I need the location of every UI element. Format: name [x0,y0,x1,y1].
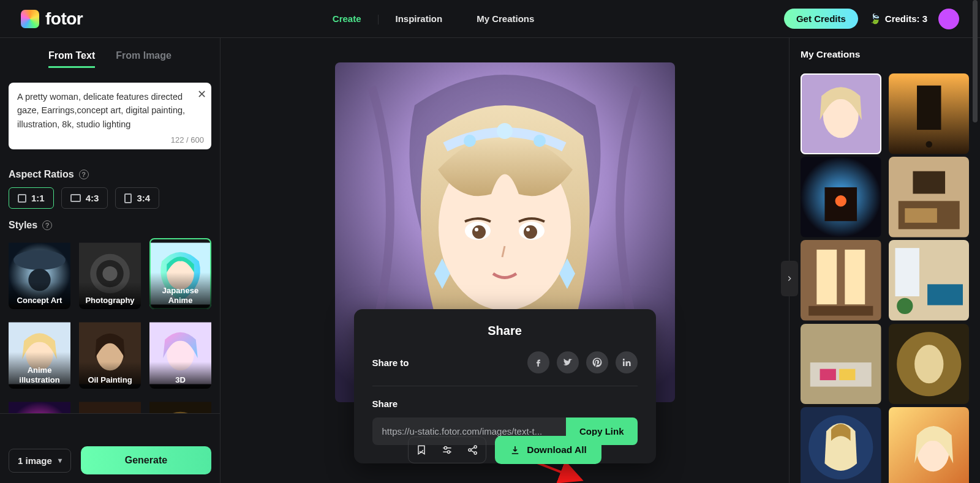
svg-rect-66 [927,285,963,305]
svg-point-42 [448,451,450,453]
aspect-title: Aspect Ratios ? [9,169,211,180]
my-creations-title: My Creations [801,49,969,60]
style-label: Anime illustration [9,352,70,389]
styles-grid: Concept Art Photography Japanese Anime A… [9,238,211,389]
square-icon [18,194,26,203]
download-icon [510,444,521,455]
svg-rect-61 [816,250,837,304]
style-japanese-anime[interactable]: Japanese Anime [149,238,211,309]
svg-point-67 [897,298,913,314]
creation-thumb[interactable] [889,324,970,405]
scrollbar-thumb[interactable] [973,0,978,122]
svg-rect-71 [839,369,855,380]
styles-title: Styles ? [9,220,211,231]
download-all-label: Download All [527,444,587,455]
tab-from-text[interactable]: From Text [48,50,95,68]
avatar[interactable] [938,9,959,29]
svg-point-55 [835,195,846,206]
info-icon[interactable]: ? [79,170,89,179]
aspect-title-text: Aspect Ratios [9,169,74,180]
style-label: Photography [79,282,141,310]
svg-rect-17 [9,402,70,413]
style-photography[interactable]: Photography [79,238,141,309]
download-all-button[interactable]: Download All [495,436,601,464]
creation-thumb[interactable] [801,240,881,321]
style-label: Concept Art [9,282,70,310]
prompt-char-count: 122 / 600 [171,135,204,144]
styles-partial-row [9,397,211,413]
input-mode-tabs: From Text From Image [0,38,220,74]
creation-thumb[interactable] [889,240,970,321]
sidebar-left: From Text From Image A pretty woman, del… [0,38,221,483]
svg-point-74 [914,345,943,383]
action-bar: Download All [408,436,601,464]
style-anime-illustration[interactable]: Anime illustration [9,318,70,389]
svg-rect-63 [809,306,873,316]
svg-rect-18 [79,402,141,413]
style-more-3[interactable] [149,397,211,413]
share-title: Share [372,324,638,338]
twitter-icon[interactable] [557,351,579,373]
prompt-input[interactable]: A pretty woman, delicate features direct… [17,90,203,131]
creation-thumb[interactable] [889,407,970,483]
action-icon-group [408,436,486,463]
info-icon[interactable]: ? [42,220,52,230]
style-3d[interactable]: 3D [149,318,211,389]
style-oil-painting[interactable]: Oil Painting [79,318,141,389]
nav-create[interactable]: Create [315,13,379,24]
sidebar-footer: 1 image ▾ Generate [0,438,220,483]
svg-rect-20 [149,402,211,413]
svg-point-52 [925,141,932,148]
creation-thumb[interactable] [801,324,881,405]
generate-button[interactable]: Generate [81,446,211,474]
ratio-1-1[interactable]: 1:1 [9,187,54,209]
credits-label: Credits: 3 [885,13,927,24]
style-more-2[interactable] [79,397,141,413]
pinterest-icon[interactable] [586,351,608,373]
style-concept-art[interactable]: Concept Art [9,238,70,309]
svg-point-27 [524,225,537,239]
creations-grid [801,73,969,483]
share-to-label: Share to [372,358,409,368]
credits-display[interactable]: 🍃 Credits: 3 [869,13,927,24]
get-credits-button[interactable]: Get Credits [784,9,858,29]
svg-point-30 [464,135,476,147]
creation-thumb[interactable] [801,157,881,238]
svg-point-28 [475,228,478,231]
svg-line-46 [471,447,475,449]
chevron-down-icon: ▾ [58,456,62,465]
aspect-ratio-row: 1:1 4:3 3:4 [9,187,211,209]
logo[interactable]: fotor [21,9,83,29]
svg-point-1 [13,250,66,270]
header-right: Get Credits 🍃 Credits: 3 [784,9,959,29]
svg-rect-65 [895,249,919,297]
share-to-row: Share to [372,351,638,386]
svg-point-29 [526,228,530,231]
carousel-right-button[interactable] [781,261,798,296]
style-label: Japanese Anime [149,272,211,309]
creation-thumb[interactable] [889,73,970,154]
bookmark-icon[interactable] [409,437,434,463]
sidebar-scroll: Aspect Ratios ? 1:1 4:3 3:4 Styles ? Con… [0,158,220,413]
style-more-1[interactable] [9,397,70,413]
sliders-icon[interactable] [434,437,460,463]
creation-thumb[interactable] [889,157,970,238]
prompt-wrap: A pretty woman, delicate features direct… [0,74,220,158]
ratio-3-4[interactable]: 3:4 [115,187,159,209]
creation-thumb[interactable] [801,73,881,154]
logo-icon [21,10,39,28]
ratio-4-3[interactable]: 4:3 [61,187,108,209]
linkedin-icon[interactable] [616,351,638,373]
creation-thumb[interactable] [801,407,881,483]
main: From Text From Image A pretty woman, del… [0,38,980,483]
portrait-icon [124,193,132,203]
nav-my-creations[interactable]: My Creations [459,13,551,24]
share-icon[interactable] [460,437,486,463]
scrollbar-track [973,0,978,483]
nav-inspiration[interactable]: Inspiration [379,13,460,24]
svg-rect-70 [820,369,836,380]
facebook-icon[interactable] [527,351,549,373]
image-count-select[interactable]: 1 image ▾ [9,449,71,473]
clear-prompt-icon[interactable]: ✕ [197,88,206,101]
tab-from-image[interactable]: From Image [116,50,172,68]
